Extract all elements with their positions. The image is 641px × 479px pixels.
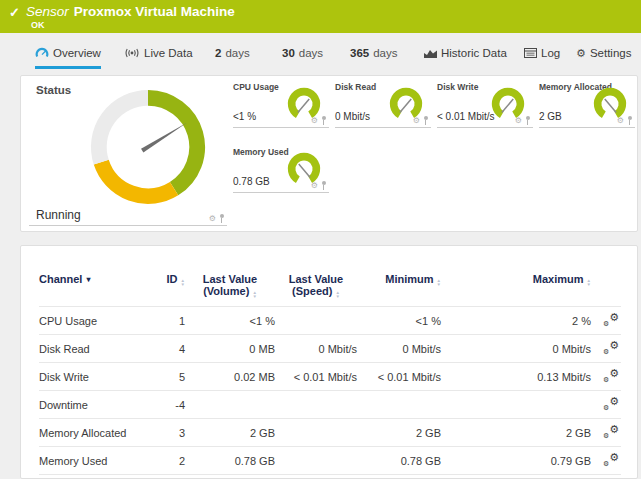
- tab-historic-data[interactable]: Historic Data: [424, 44, 507, 66]
- cell-maximum: 2 GB: [441, 419, 591, 447]
- gear-icon[interactable]: ⚙: [209, 215, 216, 223]
- tab-settings[interactable]: ⚙ Settings: [576, 44, 631, 66]
- channel-settings-icon[interactable]: ⚙⚙: [603, 425, 619, 438]
- cell-maximum: 0.79 GB: [441, 447, 591, 475]
- cell-channel[interactable]: Status: [39, 475, 147, 479]
- cell-last-speed: [275, 447, 357, 475]
- sort-icon: ▲▼: [181, 279, 185, 286]
- cell-channel[interactable]: Downtime: [39, 391, 147, 419]
- cell-maximum: Running: [441, 475, 591, 479]
- status-panel: Status Running ⚙ CPU Usage <1 % ⚙: [20, 75, 638, 232]
- tab-bar: Overview Live Data 2 days 30 days 365 da…: [0, 44, 641, 68]
- gear-icon[interactable]: ⚙: [413, 117, 420, 125]
- tab-overview[interactable]: Overview: [35, 44, 101, 69]
- sort-icon: ▲▼: [252, 291, 256, 298]
- cell-minimum: 0.78 GB: [357, 447, 441, 475]
- table-row[interactable]: Memory Allocated 3 2 GB 2 GB 2 GB ⚙⚙: [39, 419, 621, 447]
- channel-settings-icon[interactable]: ⚙⚙: [603, 341, 619, 354]
- cell-channel[interactable]: Disk Write: [39, 363, 147, 391]
- gear-icon[interactable]: ⚙: [515, 117, 522, 125]
- prtg-sensor-page: ✓ SensorProxmox Virtual Machine OK Overv…: [0, 0, 641, 479]
- sort-desc-icon: ▾: [86, 275, 90, 284]
- tab-label: Live Data: [144, 47, 193, 59]
- cell-channel[interactable]: Memory Used: [39, 447, 147, 475]
- cell-minimum: 0 Mbit/s: [357, 335, 441, 363]
- table-row[interactable]: CPU Usage 1 <1 % <1 % 2 % ⚙⚙: [39, 307, 621, 335]
- channel-settings-icon[interactable]: ⚙⚙: [603, 369, 619, 382]
- tab-label: Settings: [590, 47, 632, 59]
- channel-settings-icon[interactable]: ⚙⚙: [603, 313, 619, 326]
- gear-icon[interactable]: ⚙: [311, 117, 318, 125]
- channel-value: <1 %: [233, 111, 256, 122]
- column-header-last-value-volume[interactable]: Last Value (Volume)▲▼: [185, 271, 275, 307]
- gear-icon[interactable]: ⚙: [311, 182, 318, 190]
- tab-365-days[interactable]: 365 days: [350, 44, 397, 66]
- table-row[interactable]: Status 0 Running Running Running ⚙⚙: [39, 475, 621, 479]
- status-value: Running: [36, 208, 81, 222]
- gear-icon[interactable]: ⚙: [617, 117, 624, 125]
- sensor-title: SensorProxmox Virtual Machine: [26, 4, 235, 19]
- pin-icon[interactable]: [525, 116, 530, 125]
- tab-30-days[interactable]: 30 days: [282, 44, 323, 66]
- chart-icon: [424, 48, 437, 58]
- channel-value: 0 Mbit/s: [335, 111, 370, 122]
- pin-icon[interactable]: [219, 214, 224, 223]
- cell-last-speed: < 0.01 Mbit/s: [275, 363, 357, 391]
- channel-table: Channel▾ ID▲▼ Last Value (Volume)▲▼ Last…: [39, 271, 621, 479]
- cell-last-speed: [275, 391, 357, 419]
- tab-days-number: 30: [282, 47, 295, 59]
- cell-minimum: Running: [357, 475, 441, 479]
- cell-last-volume: 0 MB: [185, 335, 275, 363]
- sensor-header: ✓ SensorProxmox Virtual Machine OK: [0, 0, 641, 33]
- channel-table-panel: Channel▾ ID▲▼ Last Value (Volume)▲▼ Last…: [20, 245, 638, 479]
- table-row[interactable]: Downtime -4 ⚙⚙: [39, 391, 621, 419]
- cell-last-volume: Running: [185, 475, 275, 479]
- column-header-id[interactable]: ID▲▼: [147, 271, 185, 307]
- cell-last-speed: 0 Mbit/s: [275, 335, 357, 363]
- sort-icon: ▲▼: [437, 279, 441, 286]
- column-header-last-value-speed[interactable]: Last Value (Speed)▲▼: [275, 271, 357, 307]
- pin-icon[interactable]: [321, 181, 326, 190]
- column-header-maximum[interactable]: Maximum▲▼: [441, 271, 591, 307]
- sensor-status-badge: OK: [31, 20, 45, 30]
- cell-channel[interactable]: Memory Allocated: [39, 419, 147, 447]
- table-row[interactable]: Memory Used 2 0.78 GB 0.78 GB 0.79 GB ⚙⚙: [39, 447, 621, 475]
- tab-log[interactable]: Log: [524, 44, 560, 66]
- status-value-row: Running ⚙: [29, 205, 227, 226]
- column-header-channel[interactable]: Channel▾: [39, 271, 147, 307]
- cell-id: 5: [147, 363, 185, 391]
- tab-label: Historic Data: [441, 47, 507, 59]
- cell-last-speed: [275, 307, 357, 335]
- cell-id: 1: [147, 307, 185, 335]
- pin-icon[interactable]: [423, 116, 428, 125]
- tab-days-number: 365: [350, 47, 369, 59]
- cell-id: 2: [147, 447, 185, 475]
- gauge-icon: [35, 47, 49, 59]
- cell-channel[interactable]: CPU Usage: [39, 307, 147, 335]
- table-row[interactable]: Disk Read 4 0 MB 0 Mbit/s 0 Mbit/s 0 Mbi…: [39, 335, 621, 363]
- channel-value: 0.78 GB: [233, 176, 270, 187]
- channel-label: Disk Write: [437, 82, 478, 92]
- pin-icon[interactable]: [627, 116, 632, 125]
- cell-maximum: 2 %: [441, 307, 591, 335]
- cell-minimum: [357, 391, 441, 419]
- cell-minimum: < 0.01 Mbit/s: [357, 363, 441, 391]
- cell-channel[interactable]: Disk Read: [39, 335, 147, 363]
- cell-last-volume: 2 GB: [185, 419, 275, 447]
- channel-settings-icon[interactable]: ⚙⚙: [603, 397, 619, 410]
- tab-label: days: [225, 47, 249, 59]
- cell-id: 3: [147, 419, 185, 447]
- mini-gauge-memory-allocated: Memory Allocated 2 GB ⚙: [539, 81, 635, 128]
- channel-settings-icon[interactable]: ⚙⚙: [603, 453, 619, 466]
- log-icon: [524, 48, 537, 58]
- pin-icon[interactable]: [321, 116, 326, 125]
- tab-2-days[interactable]: 2 days: [215, 44, 250, 66]
- table-row[interactable]: Disk Write 5 0.02 MB < 0.01 Mbit/s < 0.0…: [39, 363, 621, 391]
- sort-icon: ▲▼: [335, 291, 339, 298]
- tab-label: Overview: [53, 47, 101, 59]
- column-header-minimum[interactable]: Minimum▲▼: [357, 271, 441, 307]
- mini-gauge-memory-used: Memory Used 0.78 GB ⚙: [233, 146, 329, 193]
- cell-minimum: <1 %: [357, 307, 441, 335]
- tab-live-data[interactable]: Live Data: [124, 44, 193, 66]
- channel-label: CPU Usage: [233, 82, 279, 92]
